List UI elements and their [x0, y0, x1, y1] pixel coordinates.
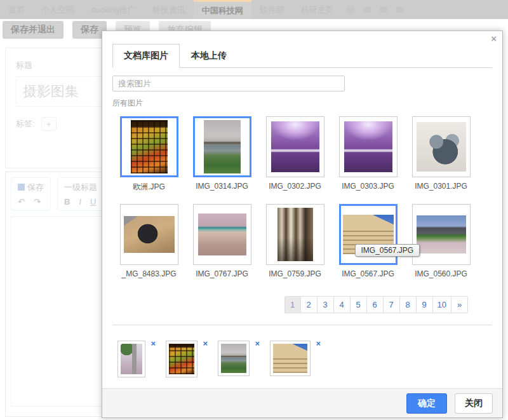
page-button-10[interactable]: 10	[433, 296, 451, 313]
section-divider	[112, 325, 492, 325]
selected-image-item: ×	[166, 341, 197, 377]
pagination: 1 2 3 4 5 6 7 8 9 10 »	[112, 296, 492, 313]
dialog-tabs: 文档库图片 本地上传	[112, 44, 492, 68]
image-filename: 欧洲.JPG	[133, 182, 165, 193]
image-filename: IMG_0759.JPG	[269, 269, 321, 278]
remove-image-icon[interactable]: ×	[316, 339, 321, 348]
image-grid-item[interactable]: IMG_0301.JPG	[404, 116, 478, 201]
image-grid-item[interactable]: _MG_8483.JPG	[112, 204, 185, 287]
camera-lens-photo	[124, 216, 175, 253]
image-grid-item[interactable]: IMG_0302.JPG	[258, 116, 331, 201]
page-button-7[interactable]: 7	[384, 296, 400, 313]
page-button-9[interactable]: 9	[417, 296, 433, 313]
page-button-2[interactable]: 2	[301, 296, 318, 313]
tab-local-upload[interactable]: 本地上传	[180, 44, 238, 68]
image-grid-item[interactable]: IMG_0759.JPG	[258, 204, 331, 287]
image-grid-item[interactable]: IMG_0767.JPG	[185, 204, 258, 287]
beach-photo	[198, 213, 246, 255]
lantern-wall-photo	[131, 120, 168, 173]
next-page-button[interactable]: »	[451, 296, 468, 313]
selected-image-item: ×	[218, 341, 250, 377]
canal-photo	[204, 120, 241, 173]
tab-document-library[interactable]: 文档库图片	[112, 44, 180, 68]
image-filename: IMG_0303.JPG	[342, 182, 394, 191]
close-icon[interactable]: ×	[491, 34, 497, 43]
image-filename: IMG_0302.JPG	[269, 182, 321, 191]
filename-tooltip: IMG_0567.JPG	[355, 244, 420, 257]
dialog-footer: 确定 关闭	[102, 388, 502, 417]
selected-images-strip: × × × ×	[112, 341, 492, 377]
page-button-4[interactable]: 4	[334, 296, 351, 313]
image-filename: IMG_0560.JPG	[415, 269, 467, 278]
page-button-5[interactable]: 5	[351, 296, 367, 313]
close-dialog-button[interactable]: 关闭	[455, 393, 493, 414]
chateau-photo	[417, 215, 466, 254]
purple-hall-photo	[344, 121, 392, 172]
lantern-wall-photo	[169, 344, 194, 374]
search-input[interactable]	[112, 76, 345, 91]
image-filename: IMG_0567.JPG	[342, 269, 394, 278]
confirm-button[interactable]: 确定	[406, 393, 447, 414]
remove-image-icon[interactable]: ×	[150, 339, 156, 348]
remove-image-icon[interactable]: ×	[255, 339, 260, 348]
image-filename: _MG_8483.JPG	[121, 269, 176, 278]
all-images-label: 所有图片	[112, 98, 492, 109]
canal-photo	[221, 344, 246, 373]
image-grid-item[interactable]: IMG_0314.JPG	[185, 116, 258, 201]
image-filename: IMG_0767.JPG	[196, 269, 248, 278]
cathedral-photo	[277, 208, 313, 261]
image-picker-dialog: × 文档库图片 本地上传 所有图片 欧洲.JPG IMG_0314.JPG IM…	[102, 30, 503, 418]
page-button-8[interactable]: 8	[400, 296, 417, 313]
ship-sculpture-photo	[417, 122, 466, 172]
image-filename: IMG_0301.JPG	[415, 182, 467, 191]
purple-hall-photo	[271, 121, 319, 172]
page-button-6[interactable]: 6	[367, 296, 384, 313]
remove-image-icon[interactable]: ×	[203, 339, 208, 348]
image-grid-item[interactable]: 欧洲.JPG	[112, 116, 185, 201]
image-grid-item[interactable]: IMG_0567.JPG IMG_0567.JPG	[331, 204, 404, 287]
stone-monument-photo	[121, 344, 142, 374]
image-grid-item[interactable]: IMG_0303.JPG	[331, 116, 404, 201]
image-filename: IMG_0314.JPG	[196, 182, 248, 191]
selected-image-item: ×	[270, 341, 311, 377]
image-grid-row: 欧洲.JPG IMG_0314.JPG IMG_0302.JPG IMG_030…	[112, 116, 492, 201]
page-button-1[interactable]: 1	[284, 296, 301, 313]
page-button-3[interactable]: 3	[318, 296, 334, 313]
building-facade-photo	[273, 344, 307, 373]
image-grid-row: _MG_8483.JPG IMG_0767.JPG IMG_0759.JPG I…	[112, 204, 492, 287]
selected-image-item: ×	[117, 341, 145, 377]
